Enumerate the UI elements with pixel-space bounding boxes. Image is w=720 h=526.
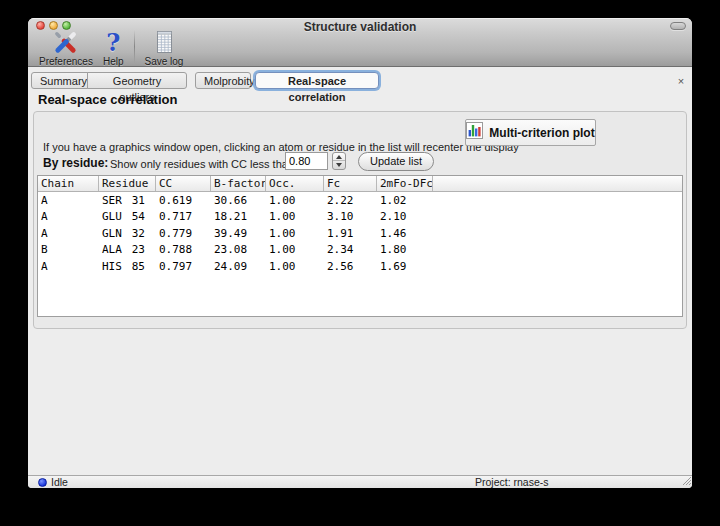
column-header-2mfo-dfc[interactable]: 2mFo-DFc bbox=[377, 176, 433, 191]
cell-b-factor: 24.09 bbox=[211, 259, 266, 275]
cell-2mfo-dfc: 1.69 bbox=[377, 259, 433, 275]
cc-threshold-input[interactable] bbox=[285, 152, 328, 170]
by-residue-label: By residue: bbox=[43, 156, 108, 170]
multi-criterion-plot-button[interactable]: Multi-criterion plot bbox=[465, 119, 596, 146]
tab-summary[interactable]: Summary bbox=[31, 72, 88, 89]
cell-fc: 2.34 bbox=[324, 242, 377, 258]
table-row[interactable]: B ALA23 0.788 23.08 1.00 2.34 1.80 bbox=[38, 242, 682, 258]
cell-2mfo-dfc: 1.80 bbox=[377, 242, 433, 258]
preferences-button[interactable]: Preferences bbox=[34, 30, 98, 67]
cell-chain: A bbox=[38, 226, 99, 242]
stepper-down-button[interactable] bbox=[333, 161, 345, 169]
help-icon: ? bbox=[106, 30, 120, 55]
table-body: A SER31 0.619 30.66 1.00 2.22 1.02 A GLU… bbox=[38, 193, 682, 275]
cell-occ: 1.00 bbox=[266, 226, 324, 242]
resize-grip[interactable] bbox=[681, 475, 691, 487]
cell-2mfo-dfc: 1.02 bbox=[377, 193, 433, 209]
cell-residue: GLN32 bbox=[99, 226, 156, 242]
table-row[interactable]: A GLN32 0.779 39.49 1.00 1.91 1.46 bbox=[38, 226, 682, 242]
cell-cc: 0.619 bbox=[156, 193, 211, 209]
cell-residue: SER31 bbox=[99, 193, 156, 209]
preferences-icon bbox=[53, 30, 78, 55]
column-header-fc[interactable]: Fc bbox=[324, 176, 377, 191]
column-header-b-factor[interactable]: B-factor bbox=[211, 176, 266, 191]
cell-fc: 2.56 bbox=[324, 259, 377, 275]
cell-chain: A bbox=[38, 259, 99, 275]
table-header-row: Chain Residue CC B-factor Occ. Fc 2mFo-D… bbox=[38, 176, 682, 192]
status-indicator-icon bbox=[38, 478, 47, 487]
stepper-up-button[interactable] bbox=[333, 153, 345, 161]
tab-close-icon[interactable]: × bbox=[675, 75, 687, 87]
screen: Structure validation bbox=[0, 0, 720, 526]
help-button[interactable]: ? Help bbox=[98, 30, 129, 67]
save-log-icon bbox=[153, 30, 175, 55]
table-row[interactable]: A GLU54 0.717 18.21 1.00 3.10 2.10 bbox=[38, 209, 682, 225]
cell-occ: 1.00 bbox=[266, 259, 324, 275]
cell-cc: 0.717 bbox=[156, 209, 211, 225]
table-row[interactable]: A HIS85 0.797 24.09 1.00 2.56 1.69 bbox=[38, 259, 682, 275]
real-space-correlation-panel: If you have a graphics window open, clic… bbox=[33, 111, 687, 329]
project-label: Project: rnase-s bbox=[475, 476, 549, 488]
cell-cc: 0.788 bbox=[156, 242, 211, 258]
column-header-occ[interactable]: Occ. bbox=[266, 176, 324, 191]
preferences-label: Preferences bbox=[39, 56, 93, 67]
toolbar-separator bbox=[134, 30, 135, 63]
toolbar-toggle-button[interactable] bbox=[670, 22, 686, 30]
cell-residue: GLU54 bbox=[99, 209, 156, 225]
bar-chart-icon bbox=[466, 122, 483, 143]
cell-2mfo-dfc: 1.46 bbox=[377, 226, 433, 242]
column-header-cc[interactable]: CC bbox=[156, 176, 211, 191]
cell-occ: 1.00 bbox=[266, 242, 324, 258]
cc-threshold-stepper bbox=[332, 152, 346, 170]
cell-residue: HIS85 bbox=[99, 259, 156, 275]
cell-cc: 0.797 bbox=[156, 259, 211, 275]
cell-occ: 1.00 bbox=[266, 193, 324, 209]
app-window: Structure validation bbox=[28, 18, 692, 488]
toolbar: Preferences ? Help bbox=[34, 30, 188, 66]
column-header-chain[interactable]: Chain bbox=[38, 176, 99, 191]
window-header: Structure validation bbox=[28, 18, 692, 67]
status-bar: Idle Project: rnase-s bbox=[28, 475, 692, 488]
residue-table: Chain Residue CC B-factor Occ. Fc 2mFo-D… bbox=[37, 175, 683, 317]
column-header-residue[interactable]: Residue bbox=[99, 176, 156, 191]
status-text: Idle bbox=[51, 476, 68, 488]
cc-filter-prompt: Show only residues with CC less than bbox=[110, 158, 294, 170]
save-log-button[interactable]: Save log bbox=[140, 30, 189, 67]
cell-b-factor: 18.21 bbox=[211, 209, 266, 225]
cell-occ: 1.00 bbox=[266, 209, 324, 225]
save-log-label: Save log bbox=[145, 56, 184, 67]
tab-molprobity[interactable]: Molprobity bbox=[195, 72, 251, 89]
cell-2mfo-dfc: 2.10 bbox=[377, 209, 433, 225]
tab-bar: Summary Geometry outliers Molprobity Rea… bbox=[31, 72, 689, 90]
up-arrow-icon bbox=[336, 155, 342, 159]
cell-cc: 0.779 bbox=[156, 226, 211, 242]
cell-chain: A bbox=[38, 193, 99, 209]
cell-b-factor: 30.66 bbox=[211, 193, 266, 209]
page-title: Real-space correlation bbox=[38, 92, 177, 107]
cell-residue: ALA23 bbox=[99, 242, 156, 258]
cell-fc: 1.91 bbox=[324, 226, 377, 242]
multi-criterion-plot-label: Multi-criterion plot bbox=[489, 126, 594, 140]
cell-fc: 2.22 bbox=[324, 193, 377, 209]
column-header-filler bbox=[433, 176, 682, 191]
cell-chain: B bbox=[38, 242, 99, 258]
cell-b-factor: 39.49 bbox=[211, 226, 266, 242]
update-list-button[interactable]: Update list bbox=[358, 152, 434, 171]
tab-geometry-outliers[interactable]: Geometry outliers bbox=[87, 72, 187, 89]
tab-real-space-correlation[interactable]: Real-space correlation bbox=[255, 72, 379, 89]
cell-b-factor: 23.08 bbox=[211, 242, 266, 258]
table-row[interactable]: A SER31 0.619 30.66 1.00 2.22 1.02 bbox=[38, 193, 682, 209]
cell-fc: 3.10 bbox=[324, 209, 377, 225]
help-label: Help bbox=[103, 56, 124, 67]
down-arrow-icon bbox=[336, 163, 342, 167]
cell-chain: A bbox=[38, 209, 99, 225]
